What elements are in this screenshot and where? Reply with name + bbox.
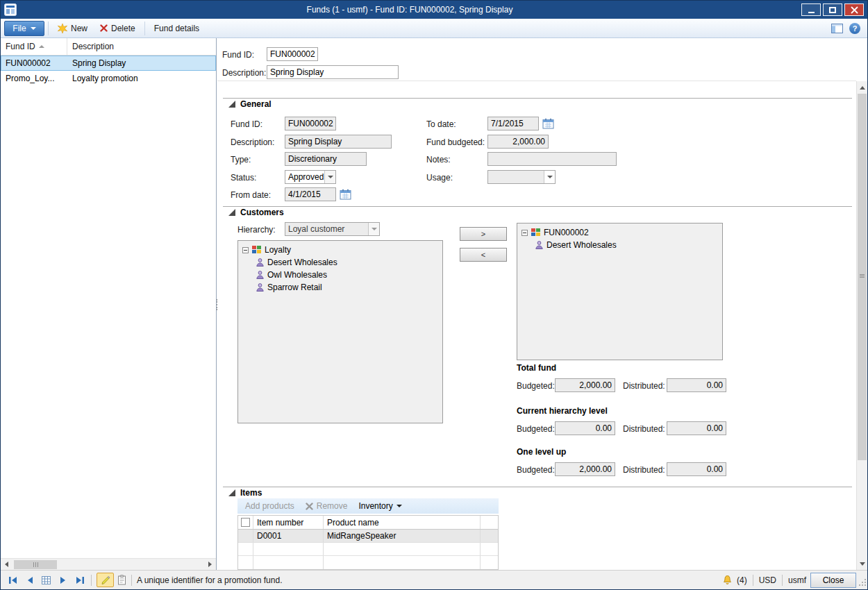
- scroll-right-button[interactable]: [204, 559, 216, 570]
- from-date-field[interactable]: 4/1/2015: [285, 187, 336, 201]
- tree-node-label[interactable]: Owl Wholesales: [267, 270, 327, 280]
- tree-node-label[interactable]: Sparrow Retail: [267, 283, 322, 292]
- delete-button[interactable]: Delete: [94, 21, 141, 36]
- column-header-product-name[interactable]: Product name: [324, 516, 481, 529]
- fund-customers-tree[interactable]: FUN000002 Desert Wholesales: [517, 223, 723, 360]
- calendar-icon[interactable]: [542, 118, 554, 129]
- tree-node-label[interactable]: FUN000002: [544, 228, 589, 237]
- empty-cell: [324, 543, 481, 555]
- type-field[interactable]: Discretionary: [285, 152, 367, 166]
- close-window-button[interactable]: [844, 3, 864, 16]
- column-header-description-label: Description: [72, 42, 114, 51]
- select-all-checkbox[interactable]: [241, 518, 250, 527]
- table-row[interactable]: D0001 MidRangeSpeaker: [238, 530, 498, 543]
- tree-expander-icon[interactable]: [521, 230, 528, 236]
- notifications-count[interactable]: (4): [737, 575, 747, 585]
- items-grid-header: Item number Product name: [238, 516, 498, 530]
- statusbar-separator: [91, 575, 92, 586]
- group-icon: [252, 246, 261, 254]
- scroll-left-button[interactable]: [1, 559, 12, 570]
- empty-cell: [253, 556, 324, 569]
- tree-node-root[interactable]: Loyalty: [238, 244, 442, 256]
- resize-grip[interactable]: [858, 578, 867, 589]
- vertical-scrollbar[interactable]: [856, 81, 867, 570]
- section-header-general[interactable]: General: [228, 99, 272, 109]
- column-header-description[interactable]: Description: [67, 38, 119, 55]
- window-layout-icon[interactable]: [831, 24, 843, 33]
- add-customer-button[interactable]: >: [460, 227, 507, 241]
- scroll-down-button[interactable]: [857, 558, 867, 569]
- select-all-cell: [238, 516, 253, 529]
- description-field[interactable]: Spring Display: [267, 65, 399, 79]
- remove-customer-button[interactable]: <: [460, 248, 507, 262]
- last-record-button[interactable]: [73, 574, 86, 586]
- section-header-customers[interactable]: Customers: [228, 208, 284, 217]
- table-row-empty[interactable]: [238, 543, 498, 556]
- pencil-icon: [101, 575, 110, 585]
- maximize-button[interactable]: [823, 3, 842, 16]
- company-indicator[interactable]: usmf: [788, 575, 806, 585]
- to-date-field[interactable]: 7/1/2015: [487, 117, 539, 130]
- calendar-icon[interactable]: [340, 189, 351, 200]
- add-products-button[interactable]: Add products: [245, 501, 294, 511]
- budgeted-label: Budgeted:: [517, 381, 555, 391]
- tree-expander-icon[interactable]: [242, 247, 249, 253]
- tree-node-label[interactable]: Desert Wholesales: [267, 258, 337, 267]
- help-icon[interactable]: ?: [849, 23, 860, 34]
- maximize-icon: [829, 7, 836, 13]
- tree-node-customer[interactable]: Desert Wholesales: [517, 239, 722, 251]
- currency-indicator[interactable]: USD: [759, 575, 776, 585]
- thumb-grip: [860, 274, 865, 278]
- collapse-triangle-icon: [228, 489, 235, 496]
- column-header-item-number[interactable]: Item number: [253, 516, 324, 529]
- fund-list-panel: Fund ID Description FUN000002 Spring Dis…: [1, 38, 217, 570]
- collapse-triangle-icon: [228, 101, 235, 108]
- previous-record-button[interactable]: [23, 574, 36, 586]
- remove-item-button[interactable]: Remove: [306, 501, 348, 511]
- fund-list-row[interactable]: Promo_Loy... Loyalty promotion: [1, 71, 216, 86]
- usage-dropdown[interactable]: [487, 170, 556, 184]
- column-filler: [481, 516, 498, 529]
- fund-budgeted-field[interactable]: 2,000.00: [487, 135, 549, 149]
- new-star-icon: [58, 24, 67, 33]
- close-button[interactable]: Close: [810, 573, 856, 588]
- tree-node-customer[interactable]: Sparrow Retail: [238, 281, 442, 294]
- fund-list-row[interactable]: FUN000002 Spring Display: [1, 56, 216, 71]
- notes-field[interactable]: [487, 152, 617, 166]
- new-button[interactable]: New: [52, 21, 93, 36]
- group-icon: [531, 228, 540, 237]
- tree-node-label[interactable]: Desert Wholesales: [546, 240, 617, 250]
- next-record-button[interactable]: [56, 574, 69, 586]
- status-dropdown[interactable]: Approved: [285, 170, 336, 184]
- notifications-bell-icon[interactable]: [722, 575, 733, 585]
- scroll-up-button[interactable]: [857, 82, 867, 93]
- edit-mode-toggle[interactable]: [97, 573, 114, 587]
- tree-node-customer[interactable]: Owl Wholesales: [238, 269, 442, 281]
- column-header-fund-id[interactable]: Fund ID: [1, 38, 67, 55]
- general-fund-id-field[interactable]: FUN000002: [285, 117, 336, 130]
- tree-node-root[interactable]: FUN000002: [517, 226, 722, 239]
- hierarchy-dropdown[interactable]: Loyal customer: [285, 222, 380, 236]
- row-filler: [481, 530, 498, 542]
- horizontal-scrollbar[interactable]: [1, 558, 216, 570]
- tree-node-customer[interactable]: Desert Wholesales: [238, 256, 442, 269]
- minimize-button[interactable]: [801, 3, 821, 16]
- funds-window: Funds (1 - usmf) - Fund ID: FUN000002, S…: [0, 0, 868, 590]
- file-menu-button[interactable]: File: [4, 21, 44, 36]
- scrollbar-thumb[interactable]: [858, 94, 867, 460]
- row-select-cell[interactable]: [238, 530, 253, 542]
- tree-node-label[interactable]: Loyalty: [265, 245, 291, 255]
- table-row-empty[interactable]: [238, 556, 498, 569]
- total-fund-title: Total fund: [517, 363, 556, 373]
- fund-id-field[interactable]: FUN000002: [267, 47, 318, 61]
- grid-view-button[interactable]: [40, 574, 53, 586]
- section-header-items[interactable]: Items: [228, 488, 262, 498]
- first-record-button[interactable]: [6, 574, 19, 586]
- scrollbar-thumb[interactable]: [14, 560, 57, 569]
- title-bar[interactable]: Funds (1 - usmf) - Fund ID: FUN000002, S…: [1, 1, 867, 19]
- inventory-menu-button[interactable]: Inventory: [358, 501, 401, 511]
- customer-hierarchy-tree[interactable]: Loyalty Desert Wholesales Owl Wholesales…: [237, 240, 443, 423]
- general-description-field[interactable]: Spring Display: [285, 135, 392, 149]
- clipboard-icon[interactable]: [117, 575, 126, 585]
- fund-details-button[interactable]: Fund details: [149, 21, 205, 36]
